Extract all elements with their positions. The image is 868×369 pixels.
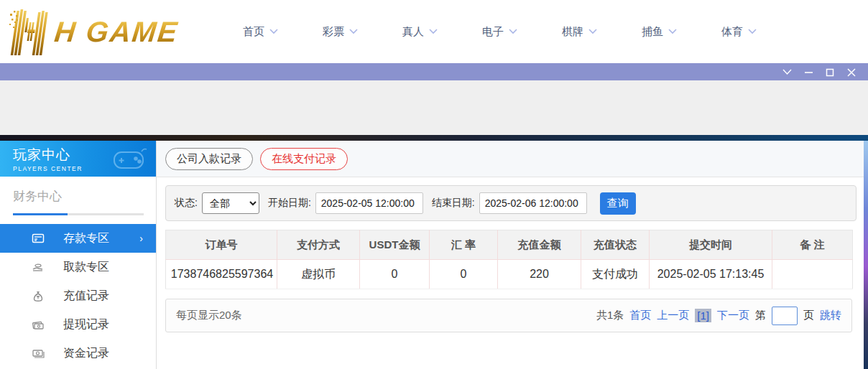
background-image-edge bbox=[864, 141, 868, 369]
status-select[interactable]: 全部 bbox=[202, 192, 259, 214]
chevron-down-icon bbox=[269, 29, 278, 34]
sidebar-item-label: 资金记录 bbox=[63, 346, 109, 361]
jump-go-link[interactable]: 跳转 bbox=[820, 309, 841, 322]
first-page-link[interactable]: 首页 bbox=[629, 309, 651, 322]
hand-money-icon bbox=[32, 261, 45, 274]
chevron-right-icon: › bbox=[139, 233, 143, 244]
chevron-down-icon bbox=[349, 29, 358, 34]
col-rate: 汇 率 bbox=[430, 230, 498, 260]
sidebar-section: 财务中心 bbox=[0, 177, 156, 215]
jump-suffix: 页 bbox=[803, 309, 814, 322]
prev-page-link[interactable]: 上一页 bbox=[657, 309, 689, 322]
top-header: H GAME 首页 彩票 真人 电子 棋牌 捕鱼 体育 bbox=[0, 0, 868, 63]
chevron-down-icon bbox=[668, 29, 677, 34]
gamepad-icon bbox=[110, 144, 150, 175]
cell-recharge-amount: 220 bbox=[498, 260, 581, 289]
table-row: 1738746825597364 虚拟币 0 0 220 支付成功 2025-0… bbox=[166, 260, 853, 289]
sidebar-item-funds-records[interactable]: 资金记录 bbox=[0, 339, 156, 368]
status-label: 状态: bbox=[175, 197, 198, 210]
background-band bbox=[0, 80, 868, 135]
col-submit-time: 提交时间 bbox=[650, 230, 772, 260]
pagination-bar: 每页显示20条 共1条 首页 上一页 [1] 下一页 第 页 跳转 bbox=[165, 299, 852, 332]
tab-company-deposit-records[interactable]: 公司入款记录 bbox=[165, 148, 253, 170]
nav-item-live[interactable]: 真人 bbox=[402, 25, 438, 39]
sidebar-item-label: 取款专区 bbox=[63, 260, 109, 275]
sidebar-item-deposit[interactable]: 存款专区 › bbox=[0, 224, 156, 253]
logo[interactable]: H GAME bbox=[7, 8, 208, 55]
col-recharge-amount: 充值金额 bbox=[498, 230, 581, 260]
start-date-label: 开始日期: bbox=[268, 197, 311, 210]
cell-recharge-status: 支付成功 bbox=[581, 260, 650, 289]
filter-bar: 状态: 全部 开始日期: 结束日期: 查询 bbox=[165, 185, 857, 221]
page-number-input[interactable] bbox=[772, 307, 798, 325]
sidebar-section-label: 财务中心 bbox=[13, 188, 143, 205]
nav-item-lottery[interactable]: 彩票 bbox=[323, 25, 358, 39]
deposit-card-icon bbox=[32, 232, 45, 245]
total-count: 共1条 bbox=[596, 309, 624, 322]
banknote-icon bbox=[32, 347, 45, 360]
sidebar-item-label: 存款专区 bbox=[63, 231, 109, 246]
nav-item-fishing[interactable]: 捕鱼 bbox=[642, 25, 677, 39]
main-panel: 公司入款记录 在线支付记录 状态: 全部 开始日期: 结束日期: 查询 订单号 … bbox=[157, 141, 868, 369]
chevron-down-icon bbox=[429, 29, 438, 34]
window-titlebar bbox=[0, 63, 868, 80]
sidebar-item-withdraw[interactable]: 取款专区 bbox=[0, 253, 156, 281]
nav-item-slots[interactable]: 电子 bbox=[482, 25, 517, 39]
window-maximize-icon[interactable] bbox=[819, 63, 841, 80]
col-order-no: 订单号 bbox=[166, 230, 277, 260]
sidebar-menu: 存款专区 › 取款专区 充值记录 bbox=[0, 224, 156, 369]
money-bag-icon bbox=[32, 289, 45, 302]
window-minimize-icon[interactable] bbox=[798, 63, 819, 80]
col-usdt-amount: USDT金额 bbox=[360, 230, 430, 260]
search-button[interactable]: 查询 bbox=[600, 192, 636, 215]
start-date-input[interactable] bbox=[315, 192, 423, 214]
sidebar-section-underline bbox=[13, 213, 144, 215]
cell-usdt-amount: 0 bbox=[360, 260, 430, 289]
sidebar: 玩家中心 PLAYERS CENTER 财务中心 bbox=[0, 141, 157, 369]
logo-text: H GAME bbox=[53, 16, 180, 48]
end-date-input[interactable] bbox=[479, 192, 587, 214]
col-recharge-status: 充值状态 bbox=[581, 230, 650, 260]
tab-online-payment-records[interactable]: 在线支付记录 bbox=[260, 148, 348, 170]
sidebar-item-recharge-records[interactable]: 充值记录 bbox=[0, 281, 156, 310]
logo-h-bars-icon bbox=[7, 8, 52, 55]
nav-item-sports[interactable]: 体育 bbox=[721, 25, 757, 39]
cell-rate: 0 bbox=[430, 260, 498, 289]
sidebar-header: 玩家中心 PLAYERS CENTER bbox=[0, 141, 156, 177]
main-nav: 首页 彩票 真人 电子 棋牌 捕鱼 体育 bbox=[243, 25, 757, 39]
records-table: 订单号 支付方式 USDT金额 汇 率 充值金额 充值状态 提交时间 备 注 1… bbox=[165, 230, 853, 289]
dark-divider-strip bbox=[0, 135, 868, 141]
cell-order-no: 1738746825597364 bbox=[166, 260, 277, 289]
cell-pay-method: 虚拟币 bbox=[277, 260, 360, 289]
nav-item-cards[interactable]: 棋牌 bbox=[562, 25, 597, 39]
tabs-row: 公司入款记录 在线支付记录 bbox=[157, 141, 868, 177]
chevron-down-icon bbox=[748, 29, 757, 34]
next-page-link[interactable]: 下一页 bbox=[717, 309, 749, 322]
current-page-indicator: [1] bbox=[695, 309, 711, 322]
cell-remark bbox=[772, 260, 853, 289]
sidebar-item-label: 提现记录 bbox=[63, 317, 109, 332]
table-header-row: 订单号 支付方式 USDT金额 汇 率 充值金额 充值状态 提交时间 备 注 bbox=[166, 230, 853, 260]
jump-prefix: 第 bbox=[755, 309, 766, 322]
cell-submit-time: 2025-02-05 17:13:45 bbox=[650, 260, 772, 289]
col-pay-method: 支付方式 bbox=[277, 230, 360, 260]
sidebar-item-label: 充值记录 bbox=[63, 289, 109, 304]
chevron-down-icon bbox=[509, 29, 517, 34]
wallet-cards-icon bbox=[32, 318, 45, 331]
nav-item-home[interactable]: 首页 bbox=[243, 25, 278, 39]
chevron-down-icon bbox=[588, 29, 597, 34]
sidebar-item-withdrawal-records[interactable]: 提现记录 bbox=[0, 310, 156, 339]
window-collapse-icon[interactable] bbox=[776, 63, 798, 80]
end-date-label: 结束日期: bbox=[432, 197, 475, 210]
window-close-icon[interactable] bbox=[841, 63, 862, 80]
per-page-label: 每页显示20条 bbox=[176, 309, 596, 322]
col-remark: 备 注 bbox=[772, 230, 853, 260]
